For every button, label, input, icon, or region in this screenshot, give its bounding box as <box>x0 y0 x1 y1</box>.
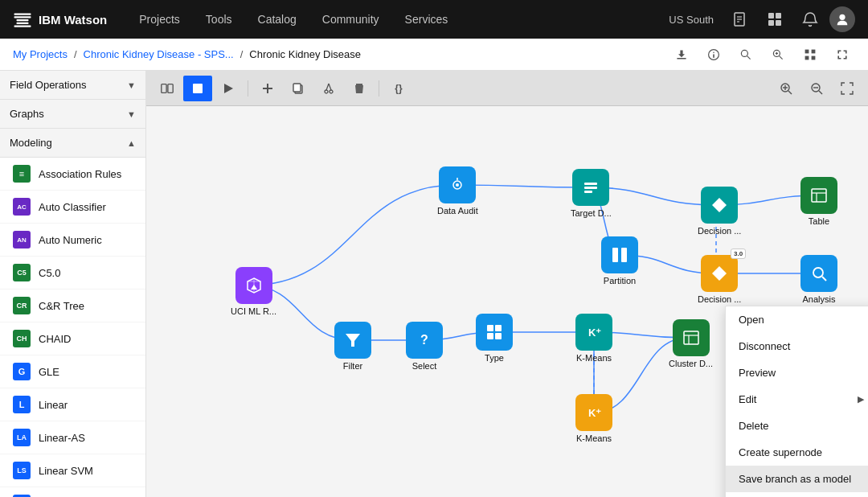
user-avatar[interactable] <box>829 6 855 32</box>
decision-2-label: Decision ... <box>698 294 741 304</box>
sidebar-item-auto-classifier[interactable]: AC Auto Classifier <box>0 191 145 224</box>
cut-button[interactable] <box>314 76 343 101</box>
chevron-down-icon: ▼ <box>127 109 136 119</box>
context-menu-run[interactable]: Run <box>726 492 868 497</box>
node-cluster-d[interactable]: Cluster D... <box>669 319 713 368</box>
node-table[interactable]: Table <box>800 177 837 226</box>
canvas-area: {} <box>146 71 868 497</box>
k-means-2-label: K-Means <box>576 433 612 443</box>
canvas-toolbar: {} <box>146 71 868 106</box>
app-logo[interactable]: IBM Watson <box>13 10 107 29</box>
add-node-button[interactable] <box>253 76 282 101</box>
sidebar-item-chaid[interactable]: CH CHAID <box>0 322 145 355</box>
nav-right: US South <box>669 3 855 35</box>
context-menu-save-branch[interactable]: Save branch as a model <box>726 466 868 492</box>
nav-projects[interactable]: Projects <box>126 0 193 39</box>
node-uci-ml[interactable]: UCI ML R... <box>231 267 276 316</box>
svg-rect-55 <box>812 189 826 202</box>
sidebar-section-modeling[interactable]: Modeling ▲ <box>0 129 145 158</box>
sidebar-section-field-operations[interactable]: Field Operations ▼ <box>0 71 145 100</box>
zoom-in-button[interactable] <box>772 76 800 101</box>
sidebar-item-linear-as[interactable]: LA Linear-AS <box>0 421 145 454</box>
copy-button[interactable] <box>284 76 313 101</box>
sidebar-item-association-rules[interactable]: ≡ Association Rules <box>0 158 145 191</box>
node-partition[interactable]: Partition <box>601 236 638 285</box>
svg-point-36 <box>330 90 333 93</box>
sidebar-item-auto-numeric[interactable]: AN Auto Numeric <box>0 224 145 257</box>
nav-tools[interactable]: Tools <box>193 0 245 39</box>
node-filter[interactable]: Filter <box>334 322 371 371</box>
fit-view-button[interactable] <box>833 76 862 101</box>
node-target-d[interactable]: Target D... <box>571 169 612 218</box>
run-button[interactable] <box>214 76 243 101</box>
delete-button[interactable] <box>345 76 374 101</box>
context-menu-preview[interactable]: Preview <box>726 359 868 386</box>
table-label: Table <box>809 216 829 226</box>
svg-line-37 <box>326 84 329 90</box>
sidebar-toggle-button[interactable] <box>153 76 182 101</box>
nav-catalog[interactable]: Catalog <box>245 0 309 39</box>
sidebar-item-c50[interactable]: C5 C5.0 <box>0 257 145 290</box>
sidebar-item-cnr-tree[interactable]: CR C&R Tree <box>0 290 145 322</box>
context-menu-edit[interactable]: Edit ▶ <box>726 386 868 413</box>
grid-icon[interactable] <box>797 42 823 68</box>
sidebar-item-linear-svm[interactable]: LS Linear SVM <box>0 454 145 487</box>
svg-marker-60 <box>712 266 727 281</box>
svg-rect-68 <box>495 333 502 339</box>
gle-icon: G <box>13 363 31 380</box>
sidebar-section-graphs[interactable]: Graphs ▼ <box>0 100 145 129</box>
node-k-means-1[interactable]: K⁺ K-Means <box>575 314 612 363</box>
node-k-means-2[interactable]: K⁺ K-Means <box>575 394 612 443</box>
decision-1-icon <box>701 187 738 224</box>
svg-rect-25 <box>805 55 809 60</box>
nav-grid-icon[interactable] <box>759 3 791 35</box>
arrows-icon[interactable] <box>829 42 855 68</box>
info-icon[interactable] <box>701 42 727 68</box>
analysis-label: Analysis <box>803 294 836 304</box>
sidebar-item-logistic[interactable]: Lo Logistic <box>0 487 145 497</box>
context-menu-disconnect[interactable]: Disconnect <box>726 333 868 359</box>
sidebar-item-linear[interactable]: L Linear <box>0 388 145 421</box>
node-data-audit[interactable]: Data Audit <box>437 166 478 216</box>
svg-rect-11 <box>768 20 774 26</box>
linear-svm-icon: LS <box>13 462 31 479</box>
node-type[interactable]: Type <box>476 314 513 363</box>
svg-rect-52 <box>584 187 597 189</box>
sidebar-item-gle[interactable]: G GLE <box>0 355 145 388</box>
partition-label: Partition <box>604 276 636 285</box>
stop-button[interactable] <box>183 76 212 101</box>
nav-services[interactable]: Services <box>392 0 461 39</box>
context-menu-create-supernode[interactable]: Create supernode <box>726 439 868 466</box>
download-icon[interactable] <box>669 42 694 68</box>
svg-rect-2 <box>17 19 29 21</box>
nav-community[interactable]: Community <box>309 0 392 39</box>
context-menu-delete[interactable]: Delete <box>726 413 868 439</box>
code-button[interactable]: {} <box>384 76 413 101</box>
svg-line-44 <box>819 91 822 94</box>
context-menu-open[interactable]: Open <box>726 306 868 333</box>
breadcrumb-current: Chronic Kidney Disease <box>249 48 361 60</box>
svg-rect-65 <box>487 325 493 331</box>
nav-docs-icon[interactable] <box>723 3 755 35</box>
node-select[interactable]: ? Select <box>406 322 443 371</box>
cnr-tree-icon: CR <box>13 297 31 314</box>
breadcrumb-my-projects[interactable]: My Projects <box>13 48 68 60</box>
node-decision-1[interactable]: Decision ... <box>698 187 741 236</box>
svg-marker-30 <box>224 84 233 93</box>
svg-rect-34 <box>293 84 301 92</box>
decision-1-label: Decision ... <box>698 226 741 236</box>
app-title: IBM Watson <box>39 13 107 27</box>
search-icon[interactable] <box>733 42 759 68</box>
svg-point-13 <box>839 14 845 20</box>
node-decision-2[interactable]: 3.0 Decision ... <box>698 255 741 304</box>
svg-rect-23 <box>805 49 809 53</box>
zoom-out-button[interactable] <box>802 76 831 101</box>
svg-rect-53 <box>584 191 592 193</box>
breadcrumb-project[interactable]: Chronic Kidney Disease - SPS... <box>84 48 234 60</box>
k-means-1-icon: K⁺ <box>575 314 612 351</box>
node-analysis[interactable]: Analysis <box>800 255 837 304</box>
nav-notification-icon[interactable] <box>794 3 826 35</box>
flow-canvas[interactable]: UCI ML R... Data Audit Target D... <box>146 106 868 497</box>
zoom-icon[interactable] <box>765 42 791 68</box>
filter-icon <box>334 322 371 359</box>
